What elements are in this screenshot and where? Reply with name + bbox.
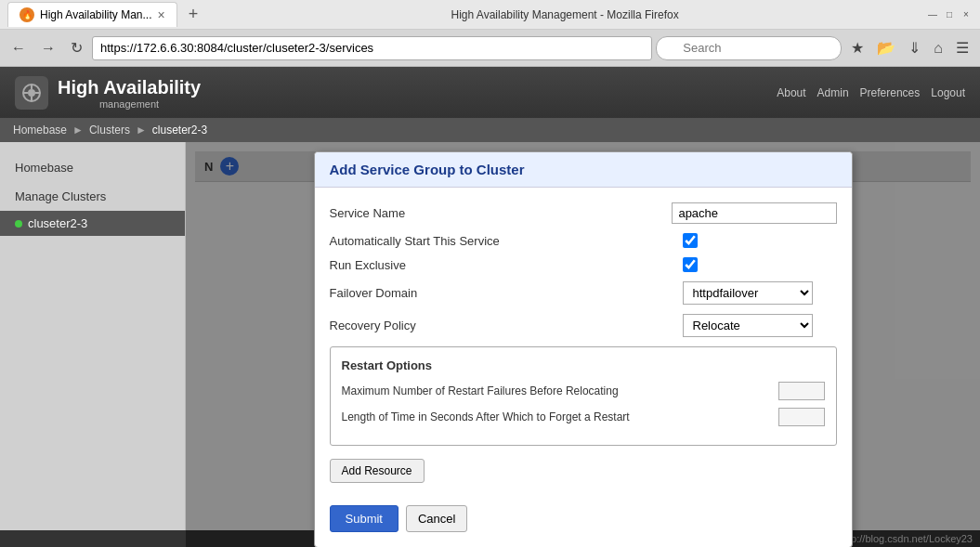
content-area: N + Add Service Group to Cluster Service… xyxy=(186,142,980,547)
run-exclusive-row: Run Exclusive xyxy=(330,257,837,272)
menu-button[interactable]: ☰ xyxy=(950,35,974,60)
max-failures-row: Maximum Number of Restart Failures Befor… xyxy=(342,382,825,400)
app-subtitle: management xyxy=(58,98,201,110)
svg-point-1 xyxy=(28,89,35,97)
app-logo-icon xyxy=(15,76,48,110)
new-tab-button[interactable]: + xyxy=(183,5,204,24)
browser-favicon: 🔥 xyxy=(20,7,34,22)
preferences-link[interactable]: Preferences xyxy=(860,86,921,99)
service-name-input[interactable] xyxy=(672,202,836,224)
logout-link[interactable]: Logout xyxy=(931,86,965,99)
app-title: High Availability xyxy=(58,76,201,98)
breadcrumb-sep-2: ► xyxy=(136,124,147,137)
modal-title: Add Service Group to Cluster xyxy=(315,152,852,188)
service-name-label: Service Name xyxy=(330,206,673,220)
minimize-button[interactable]: — xyxy=(926,8,939,21)
logo-svg xyxy=(20,82,43,104)
cancel-button[interactable]: Cancel xyxy=(406,505,467,532)
app-header: High Availability management About Admin… xyxy=(0,67,980,118)
sidebar: Homebase Manage Clusters cluseter2-3 xyxy=(0,142,186,547)
cluster-status-dot xyxy=(15,220,22,228)
auto-start-checkbox[interactable] xyxy=(683,233,698,248)
forward-button[interactable]: → xyxy=(35,36,61,60)
download-button[interactable]: ⇓ xyxy=(903,35,926,60)
main-layout: Homebase Manage Clusters cluseter2-3 N +… xyxy=(0,142,980,547)
app-title-block: High Availability management xyxy=(58,76,201,110)
app-logo-area: High Availability management xyxy=(15,76,201,110)
search-input[interactable] xyxy=(656,36,842,60)
sidebar-item-manage-clusters[interactable]: Manage Clusters xyxy=(0,182,185,211)
recovery-policy-select[interactable]: Relocate Restart Disable xyxy=(683,314,813,337)
breadcrumb-clusters[interactable]: Clusters xyxy=(89,124,130,137)
modal-footer: Submit Cancel xyxy=(315,498,852,547)
maximize-button[interactable]: □ xyxy=(943,8,956,21)
failover-domain-label: Failover Domain xyxy=(330,286,683,300)
sidebar-cluster-item[interactable]: cluseter2-3 xyxy=(0,211,185,236)
recovery-policy-label: Recovery Policy xyxy=(330,319,683,332)
breadcrumb-homebase[interactable]: Homebase xyxy=(13,124,67,137)
auto-start-row: Automatically Start This Service xyxy=(330,233,837,248)
auto-start-label: Automatically Start This Service xyxy=(330,234,683,248)
window-title: High Availability Management - Mozilla F… xyxy=(209,8,921,21)
admin-link[interactable]: Admin xyxy=(817,86,849,99)
forget-time-input[interactable] xyxy=(778,408,825,426)
restart-options-legend: Restart Options xyxy=(342,358,825,372)
toolbar-icons: ★ 📂 ⇓ ⌂ ☰ xyxy=(845,35,974,60)
sidebar-item-homebase[interactable]: Homebase xyxy=(0,153,185,182)
sidebar-cluster-name: cluseter2-3 xyxy=(28,216,87,230)
recovery-policy-row: Recovery Policy Relocate Restart Disable xyxy=(330,314,837,337)
browser-toolbar: ← → ↻ 🔍 ★ 📂 ⇓ ⌂ ☰ xyxy=(0,30,980,67)
back-button[interactable]: ← xyxy=(6,36,32,60)
run-exclusive-checkbox[interactable] xyxy=(683,257,698,272)
app-container: High Availability management About Admin… xyxy=(0,67,980,547)
restart-options-box: Restart Options Maximum Number of Restar… xyxy=(330,346,837,446)
modal-body: Service Name Automatically Start This Se… xyxy=(315,188,852,498)
close-window-button[interactable]: × xyxy=(960,8,973,21)
breadcrumb-current: cluseter2-3 xyxy=(152,124,207,137)
refresh-button[interactable]: ↻ xyxy=(65,35,88,60)
service-name-row: Service Name xyxy=(330,202,837,224)
run-exclusive-label: Run Exclusive xyxy=(330,258,683,272)
tab-close-button[interactable]: × xyxy=(158,8,165,21)
max-failures-label: Maximum Number of Restart Failures Befor… xyxy=(342,384,778,397)
breadcrumb-sep-1: ► xyxy=(72,124,84,137)
bookmarks-button[interactable]: ★ xyxy=(845,35,869,60)
browser-tab[interactable]: 🔥 High Availability Man... × xyxy=(7,2,177,27)
home-button[interactable]: ⌂ xyxy=(928,36,948,60)
add-service-modal: Add Service Group to Cluster Service Nam… xyxy=(314,151,853,547)
failover-domain-row: Failover Domain httpdfailover xyxy=(330,281,837,305)
about-link[interactable]: About xyxy=(777,86,805,99)
url-bar[interactable] xyxy=(92,36,652,60)
add-resource-button[interactable]: Add Resource xyxy=(330,459,425,483)
pocket-button[interactable]: 📂 xyxy=(871,35,901,60)
browser-titlebar: 🔥 High Availability Man... × + High Avai… xyxy=(0,0,980,30)
modal-overlay: Add Service Group to Cluster Service Nam… xyxy=(186,142,980,547)
breadcrumb: Homebase ► Clusters ► cluseter2-3 xyxy=(0,118,980,142)
max-failures-input[interactable] xyxy=(778,382,825,400)
window-controls: — □ × xyxy=(926,8,973,21)
forget-time-row: Length of Time in Seconds After Which to… xyxy=(342,408,825,426)
failover-domain-select[interactable]: httpdfailover xyxy=(683,281,813,305)
app-nav-links: About Admin Preferences Logout xyxy=(777,86,965,99)
submit-button[interactable]: Submit xyxy=(330,505,399,532)
search-wrapper: 🔍 xyxy=(656,36,842,60)
forget-time-label: Length of Time in Seconds After Which to… xyxy=(342,410,778,423)
browser-tab-title: High Availability Man... xyxy=(40,8,152,21)
